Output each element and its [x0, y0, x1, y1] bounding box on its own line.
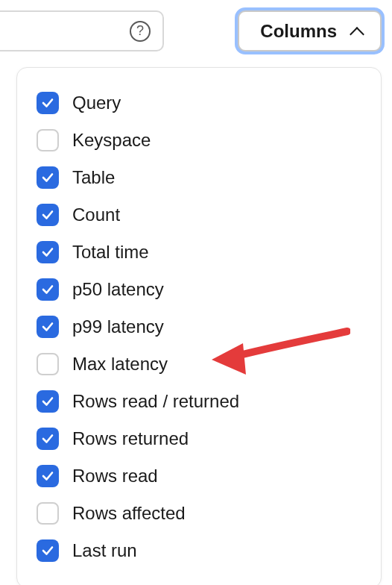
columns-button[interactable]: Columns — [238, 10, 382, 51]
column-option[interactable]: Query — [37, 84, 361, 122]
chevron-up-icon — [350, 27, 364, 36]
column-option-label: Last run — [72, 540, 137, 561]
column-option-label: Max latency — [72, 354, 168, 375]
column-option[interactable]: Rows affected — [37, 495, 361, 532]
column-option[interactable]: p99 latency — [37, 308, 361, 345]
column-option-label: Table — [72, 167, 115, 188]
checkbox[interactable] — [37, 539, 59, 562]
columns-button-label: Columns — [260, 21, 337, 42]
column-option[interactable]: Max latency — [37, 345, 361, 383]
column-option[interactable]: Last run — [37, 532, 361, 569]
checkbox[interactable] — [37, 353, 59, 375]
column-option-label: p50 latency — [72, 279, 164, 300]
column-option[interactable]: Table — [37, 159, 361, 196]
checkbox[interactable] — [37, 428, 59, 450]
checkbox[interactable] — [37, 166, 59, 189]
column-option[interactable]: Total time — [37, 234, 361, 271]
column-option[interactable]: p50 latency — [37, 271, 361, 308]
checkbox[interactable] — [37, 278, 59, 301]
column-option-label: Query — [72, 93, 121, 113]
checkbox[interactable] — [37, 129, 59, 151]
checkbox[interactable] — [37, 241, 59, 263]
column-option-label: Rows affected — [72, 503, 186, 524]
column-option-label: Count — [72, 204, 120, 225]
search-field-stub[interactable]: ? — [0, 10, 164, 51]
column-option[interactable]: Rows read / returned — [37, 383, 361, 420]
checkbox[interactable] — [37, 316, 59, 338]
checkbox[interactable] — [37, 204, 59, 226]
checkbox[interactable] — [37, 465, 59, 487]
checkbox[interactable] — [37, 502, 59, 525]
column-option-label: Total time — [72, 242, 149, 263]
column-option-label: Rows read — [72, 466, 158, 487]
checkbox[interactable] — [37, 92, 59, 114]
column-option[interactable]: Keyspace — [37, 122, 361, 159]
column-option-label: Rows read / returned — [72, 391, 239, 412]
column-option-label: Keyspace — [72, 130, 151, 151]
column-option-label: p99 latency — [72, 316, 164, 337]
checkbox[interactable] — [37, 390, 59, 413]
column-option-label: Rows returned — [72, 428, 189, 449]
column-option[interactable]: Rows returned — [37, 420, 361, 457]
column-option[interactable]: Rows read — [37, 457, 361, 495]
columns-dropdown-panel: QueryKeyspaceTableCountTotal timep50 lat… — [16, 67, 382, 585]
help-icon[interactable]: ? — [130, 21, 151, 42]
column-option[interactable]: Count — [37, 196, 361, 234]
